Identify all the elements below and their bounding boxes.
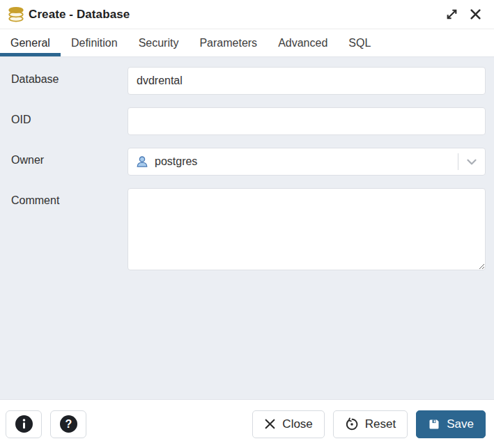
owner-selected-value: postgres: [155, 155, 458, 168]
close-button-label: Close: [282, 417, 312, 431]
database-label: Database: [11, 67, 128, 86]
close-button[interactable]: Close: [252, 410, 324, 438]
svg-text:?: ?: [65, 418, 72, 430]
expand-icon[interactable]: [442, 6, 461, 24]
oid-label: OID: [11, 107, 128, 126]
user-icon: [135, 155, 149, 169]
owner-row: Owner postgres: [11, 148, 486, 176]
owner-label: Owner: [11, 148, 128, 167]
close-x-icon: [264, 418, 276, 430]
comment-textarea[interactable]: [128, 188, 486, 270]
tab-advanced[interactable]: Advanced: [268, 29, 338, 56]
dialog-title: Create - Database: [29, 8, 130, 22]
save-button[interactable]: Save: [416, 410, 486, 438]
reset-button-label: Reset: [365, 417, 396, 431]
oid-input[interactable]: [128, 107, 486, 135]
tab-sql[interactable]: SQL: [338, 29, 381, 56]
dialog-footer: ? Close Reset: [0, 400, 494, 448]
dialog-titlebar: Create - Database: [0, 0, 494, 29]
oid-row: OID: [11, 107, 486, 135]
chevron-down-icon[interactable]: [458, 148, 485, 175]
tab-general[interactable]: General: [0, 29, 61, 56]
close-icon[interactable]: [466, 6, 484, 24]
comment-label: Comment: [11, 188, 128, 207]
reset-button[interactable]: Reset: [333, 410, 408, 438]
help-button[interactable]: ?: [50, 410, 86, 438]
help-icon: ?: [59, 415, 78, 433]
create-database-dialog: Create - Database General Definition Sec…: [0, 0, 494, 448]
general-tab-panel: Database OID Owner: [0, 57, 494, 400]
comment-row: Comment: [11, 188, 486, 273]
database-input[interactable]: [128, 67, 486, 95]
save-button-label: Save: [447, 417, 474, 431]
info-button[interactable]: [6, 410, 42, 438]
tab-definition[interactable]: Definition: [61, 29, 128, 56]
save-icon: [428, 418, 440, 431]
database-row: Database: [11, 67, 486, 95]
reset-icon: [345, 417, 359, 431]
dialog-tabs: General Definition Security Parameters A…: [0, 29, 494, 57]
database-icon: [7, 6, 25, 24]
owner-select[interactable]: postgres: [128, 148, 486, 176]
tab-parameters[interactable]: Parameters: [189, 29, 268, 56]
tab-security[interactable]: Security: [128, 29, 190, 56]
info-icon: [15, 415, 33, 433]
